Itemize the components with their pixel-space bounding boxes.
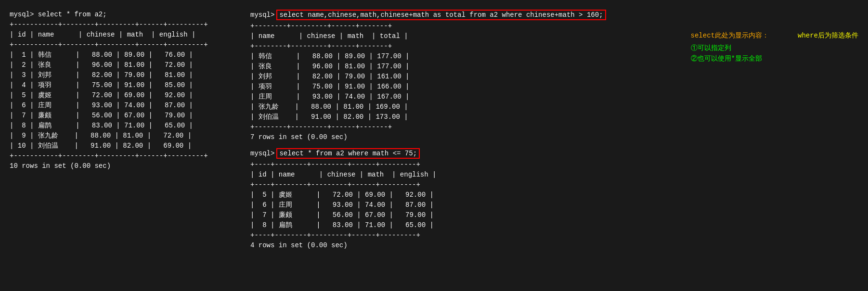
left-row-3: | 3 | 刘邦 | 82.00 | 79.00 | 81.00 |	[10, 70, 231, 80]
right-top-row-4: | 项羽 | 75.00 | 91.00 | 166.00 |	[250, 82, 676, 92]
left-result: 10 rows in set (0.00 sec)	[10, 161, 231, 171]
right-bottom-sep3: +----+--------+---------+------+--------…	[250, 230, 676, 240]
left-row-7: | 7 | 廉颇 | 56.00 | 67.00 | 79.00 |	[10, 111, 231, 121]
main-container: mysql> select * from a2; +-----------+--…	[10, 10, 858, 255]
right-top-header: | name | chinese | math | total |	[250, 31, 676, 41]
left-row-9: | 9 | 张九龄 | 88.00 | 81.00 | 72.00 |	[10, 131, 231, 141]
left-row-2: | 2 | 张良 | 96.00 | 81.00 | 72.00 |	[10, 60, 231, 70]
annotations-top-line: select此处为显示内容： where后为筛选条件	[691, 31, 858, 40]
right-bottom-row-2: | 6 | 庄周 | 93.00 | 74.00 | 87.00 |	[250, 200, 676, 210]
left-sep1: +-----------+--------+---------+------+-…	[10, 20, 231, 30]
left-row-6: | 6 | 庄周 | 93.00 | 74.00 | 87.00 |	[10, 101, 231, 111]
right-bottom-sep1: +----+--------+---------+------+--------…	[250, 160, 676, 170]
left-sep3: +-----------+--------+---------+------+-…	[10, 151, 231, 161]
right-top-row-1: | 韩信 | 88.00 | 89.00 | 177.00 |	[250, 51, 676, 62]
right-top-sep1: +--------+---------+------+-------+	[250, 21, 676, 31]
left-row-8: | 8 | 扁鹊 | 83.00 | 71.00 | 65.00 |	[10, 121, 231, 131]
left-row-5: | 5 | 虞姬 | 72.00 | 69.00 | 92.00 |	[10, 90, 231, 101]
where-annotation-label: where后为筛选条件	[798, 31, 858, 40]
right-top-row-6: | 张九龄 | 88.00 | 81.00 | 169.00 |	[250, 102, 676, 112]
right-top-result: 7 rows in set (0.00 sec)	[250, 132, 676, 142]
left-panel: mysql> select * from a2; +-----------+--…	[10, 10, 231, 255]
left-row-10: | 10 | 刘伯温 | 91.00 | 82.00 | 69.00 |	[10, 141, 231, 151]
right-bottom-row-4: | 8 | 扁鹊 | 83.00 | 71.00 | 65.00 |	[250, 220, 676, 230]
right-top-row-2: | 张良 | 96.00 | 81.00 | 177.00 |	[250, 62, 676, 72]
left-command: select * from a2;	[38, 11, 107, 18]
annotations-block: select此处为显示内容： where后为筛选条件 ①可以指定列 ②也可以使用…	[691, 10, 858, 255]
right-top-sep3: +--------+---------+------+-------+	[250, 122, 676, 132]
select-annotation-label: select此处为显示内容：	[691, 31, 769, 40]
left-prompt: mysql>	[10, 11, 34, 18]
right-top-command-box: select name,chinese,math,chinese+math as…	[276, 10, 606, 20]
left-prompt-line: mysql> select * from a2;	[10, 10, 231, 20]
right-bottom-result: 4 rows in set (0.00 sec)	[250, 240, 676, 251]
right-top-prompt-line: mysql> select name,chinese,math,chinese+…	[250, 10, 676, 20]
right-bottom-header: | id | name | chinese | math | english |	[250, 170, 676, 180]
left-query-section: mysql> select * from a2; +-----------+--…	[10, 10, 231, 171]
right-bottom-row-3: | 7 | 廉颇 | 56.00 | 67.00 | 79.00 |	[250, 210, 676, 220]
right-top-section: mysql> select name,chinese,math,chinese+…	[250, 10, 676, 142]
right-bottom-prompt: mysql>	[250, 150, 274, 157]
right-top-row-7: | 刘伯温 | 91.00 | 82.00 | 173.00 |	[250, 112, 676, 122]
right-bottom-sep2: +----+--------+---------+------+--------…	[250, 180, 676, 190]
left-sep2: +-----------+--------+---------+------+-…	[10, 40, 231, 50]
left-row-4: | 4 | 项羽 | 75.00 | 91.00 | 85.00 |	[10, 80, 231, 90]
right-bottom-row-1: | 5 | 虞姬 | 72.00 | 69.00 | 92.00 |	[250, 190, 676, 200]
right-bottom-command-box: select * from a2 where math <= 75;	[276, 148, 420, 159]
right-bottom-section: mysql> select * from a2 where math <= 75…	[250, 148, 676, 251]
annotation-item-2: ②也可以使用*显示全部	[691, 54, 858, 63]
right-top-row-3: | 刘邦 | 82.00 | 79.00 | 161.00 |	[250, 72, 676, 82]
annotation-item-1: ①可以指定列	[691, 44, 858, 52]
right-top-prompt: mysql>	[250, 11, 274, 19]
right-top-row-5: | 庄周 | 93.00 | 74.00 | 167.00 |	[250, 92, 676, 102]
left-header: | id | name | chinese | math | english |	[10, 30, 231, 40]
right-top-sep2: +--------+---------+------+-------+	[250, 41, 676, 51]
right-queries: mysql> select name,chinese,math,chinese+…	[250, 10, 676, 255]
left-row-1: | 1 | 韩信 | 88.00 | 89.00 | 76.00 |	[10, 50, 231, 60]
right-bottom-prompt-line: mysql> select * from a2 where math <= 75…	[250, 148, 676, 159]
right-panel: mysql> select name,chinese,math,chinese+…	[250, 10, 858, 255]
